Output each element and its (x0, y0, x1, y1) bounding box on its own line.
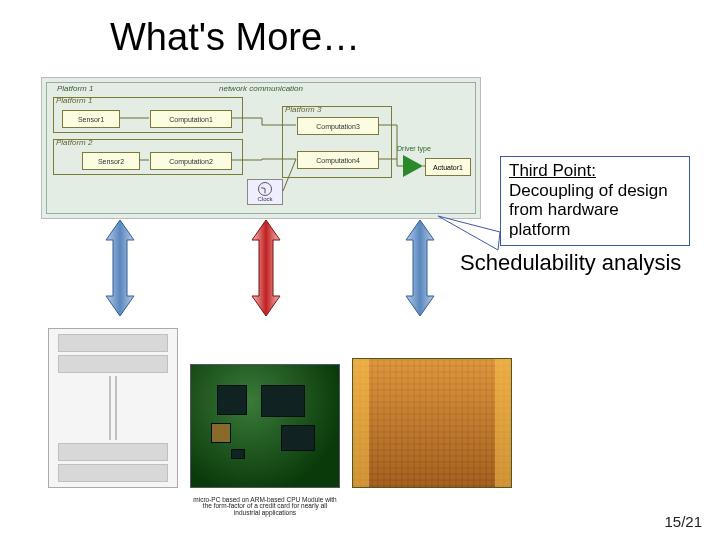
diagram-label-platform1: Platform 1 (57, 84, 93, 93)
slide-title: What's More… (110, 16, 360, 59)
clock-block: Clock (247, 179, 283, 205)
svg-marker-4 (438, 216, 500, 250)
slide: What's More… Platform 1 network communic… (0, 0, 720, 540)
double-arrow-1 (100, 220, 140, 316)
hardware-row: micro-PC based on ARM-based CPU Module w… (48, 328, 512, 488)
platform-2: Platform 2 Sensor2 Computation2 (53, 139, 243, 175)
diagram-label-network: network communication (219, 84, 303, 93)
block-computation1: Computation1 (150, 110, 232, 128)
block-computation2: Computation2 (150, 152, 232, 170)
schedulability-text: Schedulability analysis (460, 250, 681, 276)
block-actuator: Actuator1 (425, 158, 471, 176)
platform-3: Platform 3 Computation3 Computation4 (282, 106, 392, 178)
page-number: 15/21 (664, 513, 702, 530)
block-sensor2: Sensor2 (82, 152, 140, 170)
double-arrow-3 (400, 220, 440, 316)
block-computation4: Computation4 (297, 151, 379, 169)
system-diagram: Platform 1 network communication Platfor… (46, 82, 476, 214)
platform-3-label: Platform 3 (285, 105, 321, 114)
hardware-image-die (352, 358, 512, 488)
amplifier-icon (403, 155, 423, 177)
platform-2-label: Platform 2 (56, 138, 92, 147)
hardware-image-block-diagram (48, 328, 178, 488)
callout-rest: Decoupling of design from hardware platf… (509, 181, 668, 239)
platform-1: Platform 1 Sensor1 Computation1 (53, 97, 243, 133)
svg-marker-7 (406, 220, 434, 316)
double-arrow-2 (246, 220, 286, 316)
block-sensor1: Sensor1 (62, 110, 120, 128)
svg-marker-5 (106, 220, 134, 316)
driver-label: Driver type (397, 145, 431, 152)
hardware-image-pcb: micro-PC based on ARM-based CPU Module w… (190, 364, 340, 488)
callout-lead: Third Point: (509, 161, 596, 180)
platform-1-label: Platform 1 (56, 96, 92, 105)
svg-marker-6 (252, 220, 280, 316)
clock-label: Clock (257, 196, 272, 202)
hardware-pcb-caption: micro-PC based on ARM-based CPU Module w… (191, 497, 339, 517)
clock-icon (258, 182, 272, 196)
block-computation3: Computation3 (297, 117, 379, 135)
callout-box: Third Point: Decoupling of design from h… (500, 156, 690, 246)
